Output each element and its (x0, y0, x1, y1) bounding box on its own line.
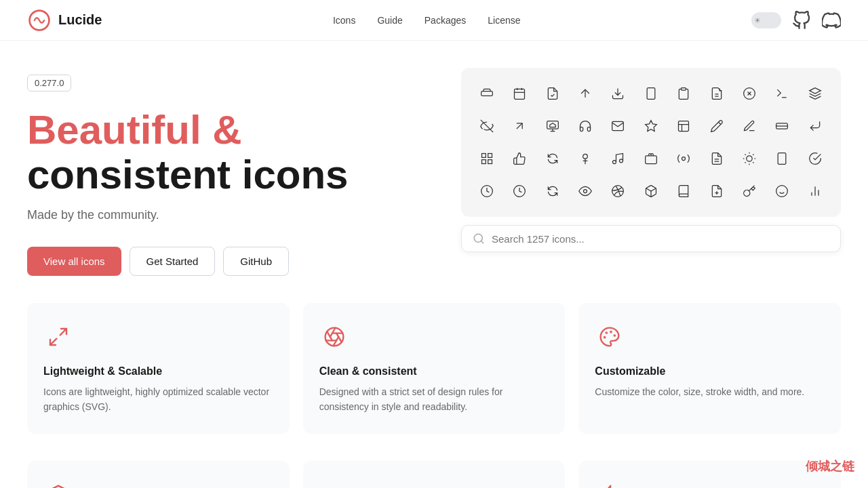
svg-rect-1 (481, 92, 493, 96)
hero-title: Beautiful & consistent icons (27, 108, 434, 197)
icon-cell (507, 179, 532, 203)
icon-cell (737, 179, 762, 203)
icon-cell (671, 81, 696, 106)
icon-cell (540, 114, 565, 138)
feature-card-partial-1 (27, 461, 290, 488)
svg-point-67 (606, 332, 607, 333)
feature-card-customizable: Customizable Customize the color, size, … (578, 303, 841, 434)
icon-showcase (461, 68, 841, 217)
feature-desc-consistent: Designed with a strict set of design rul… (319, 384, 549, 415)
icon-cell (507, 146, 532, 171)
nav-guide[interactable]: Guide (377, 15, 402, 26)
icon-cell (573, 114, 597, 138)
feature-icon-partial-3 (595, 480, 625, 488)
svg-rect-22 (488, 154, 492, 158)
icon-cell (671, 179, 696, 203)
nav-icons[interactable]: Icons (333, 15, 355, 26)
logo[interactable]: Lucide (27, 8, 102, 33)
svg-point-65 (611, 331, 612, 332)
icon-cell (639, 114, 663, 138)
nav-license[interactable]: License (488, 15, 520, 26)
icon-cell (803, 146, 827, 171)
feature-card-scalable: Lightweight & Scalable Icons are lightwe… (27, 303, 290, 434)
svg-rect-23 (482, 160, 486, 164)
icon-cell (770, 179, 794, 203)
icon-cell (737, 81, 762, 106)
svg-line-35 (745, 155, 745, 155)
svg-marker-18 (645, 121, 656, 131)
code-icon (323, 484, 345, 488)
feature-desc-scalable: Icons are lightweight, highly optimized … (43, 384, 273, 415)
icon-cell (639, 146, 663, 171)
svg-rect-28 (645, 156, 656, 164)
feature-icon-partial-2 (319, 480, 349, 488)
svg-point-25 (583, 154, 588, 159)
icon-cell (606, 81, 630, 106)
icon-cell (671, 146, 696, 171)
svg-line-40 (753, 155, 753, 155)
github-icon[interactable] (792, 11, 811, 30)
icon-cell (639, 81, 663, 106)
svg-line-39 (745, 162, 745, 163)
palette-icon (599, 326, 620, 348)
icon-showcase-area (461, 68, 841, 252)
svg-point-26 (613, 161, 616, 164)
feature-icon-consistent (319, 322, 349, 352)
nav-packages[interactable]: Packages (425, 15, 466, 26)
zap-icon (599, 484, 620, 488)
svg-marker-70 (601, 485, 618, 488)
svg-line-55 (481, 241, 483, 243)
icon-cell (540, 146, 565, 171)
hero-title-line2: consistent icons (27, 152, 348, 197)
icon-cell (803, 81, 827, 106)
layers-icon (47, 484, 69, 488)
icon-cell (770, 146, 794, 171)
maximize-icon (47, 326, 69, 348)
icon-cell (475, 179, 499, 203)
svg-rect-19 (679, 121, 689, 131)
svg-rect-41 (778, 153, 786, 165)
search-input[interactable] (492, 233, 829, 245)
icon-cell (737, 114, 762, 138)
nav-links: Icons Guide Packages License (333, 15, 521, 26)
icon-cell (705, 81, 729, 106)
theme-toggle[interactable] (751, 12, 781, 28)
icon-cell (705, 146, 729, 171)
get-started-button[interactable]: Get Started (130, 247, 216, 276)
svg-point-32 (747, 156, 752, 161)
feature-card-consistent: Clean & consistent Designed with a stric… (303, 303, 566, 434)
hero-subtitle: Made by the community. (27, 208, 434, 222)
view-all-icons-button[interactable]: View all icons (27, 247, 121, 276)
github-button[interactable]: GitHub (223, 247, 289, 276)
features-section: Lightweight & Scalable Icons are lightwe… (0, 289, 868, 461)
svg-point-66 (614, 335, 615, 336)
icon-cell (573, 81, 597, 106)
icon-cell (507, 114, 532, 138)
hero-title-line1: Beautiful & (27, 107, 242, 152)
icon-cell (540, 179, 565, 203)
icon-cell (803, 114, 827, 138)
icon-cell (606, 114, 630, 138)
icon-cell (573, 146, 597, 171)
aperture-icon (323, 326, 345, 348)
navbar: Lucide Icons Guide Packages License (0, 0, 868, 41)
icon-grid (475, 81, 827, 203)
feature-icon-customizable (595, 322, 625, 352)
discord-icon[interactable] (822, 11, 841, 30)
hero-left: 0.277.0 Beautiful & consistent icons Mad… (27, 68, 434, 276)
icon-cell (770, 81, 794, 106)
svg-marker-69 (50, 485, 68, 488)
svg-line-57 (50, 339, 56, 345)
hero-section: 0.277.0 Beautiful & consistent icons Mad… (0, 41, 868, 289)
icon-cell (573, 179, 597, 203)
icon-cell (475, 114, 499, 138)
feature-card-partial-3 (578, 461, 841, 488)
svg-line-56 (60, 329, 66, 335)
svg-point-29 (682, 157, 686, 161)
feature-title-consistent: Clean & consistent (319, 365, 549, 378)
search-bar (461, 225, 841, 252)
svg-rect-17 (547, 121, 558, 129)
feature-icon-scalable (43, 322, 73, 352)
svg-rect-21 (482, 154, 486, 158)
nav-right (751, 11, 841, 30)
